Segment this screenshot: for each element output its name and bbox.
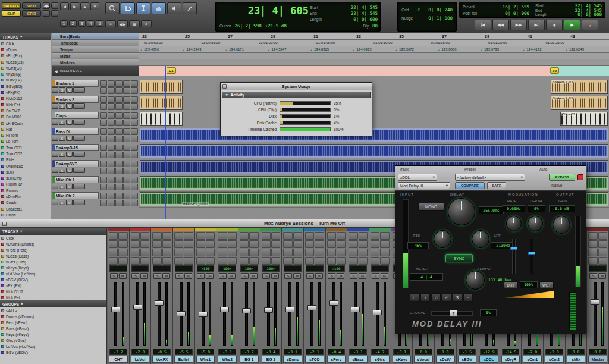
transport-button[interactable]: ◀◀ xyxy=(492,20,509,30)
pan-display[interactable] xyxy=(109,265,127,272)
send-slot[interactable] xyxy=(359,240,368,248)
insert-slot[interactable] xyxy=(123,136,130,142)
track-list-item[interactable]: vGtrs(Gt) xyxy=(0,65,51,71)
send-slot[interactable] xyxy=(371,257,379,265)
pan-display[interactable] xyxy=(349,265,367,272)
send-slot[interactable] xyxy=(240,249,249,256)
send-slot[interactable] xyxy=(283,257,292,265)
send-slot[interactable] xyxy=(196,232,205,240)
record-enable-button[interactable]: I xyxy=(52,103,58,109)
start-value[interactable]: 22| 4| 545 xyxy=(351,5,378,10)
tempo-ruler[interactable]: ♩133.4836♩134.2943♩134.6171♩134.5247♩134… xyxy=(139,46,609,53)
send-slot[interactable] xyxy=(184,249,193,256)
send-slot[interactable] xyxy=(228,240,237,248)
track-list-item[interactable]: vLdV(LV) xyxy=(0,77,51,83)
track-list-item[interactable]: Ride xyxy=(0,157,51,163)
send-slot[interactable] xyxy=(349,249,357,256)
solo-button[interactable]: S xyxy=(59,152,65,157)
grid-label[interactable]: Grid xyxy=(401,8,409,12)
solo-button[interactable]: S xyxy=(372,273,379,279)
groove-slider[interactable]: T xyxy=(431,311,473,316)
send-slot[interactable] xyxy=(305,249,314,256)
insert-slot[interactable] xyxy=(115,193,123,199)
insert-slot[interactable] xyxy=(131,128,138,135)
tempo-knob[interactable] xyxy=(466,271,485,290)
note-duration-button[interactable]: ♩ xyxy=(410,293,419,302)
insert-slot[interactable] xyxy=(100,177,107,183)
track-list-item[interactable]: Hat xyxy=(0,126,51,132)
insert-slot[interactable] xyxy=(115,120,123,126)
fader-handle[interactable] xyxy=(133,305,142,310)
plugin-preset-selector[interactable]: <factory default> ▾ xyxy=(455,174,525,181)
strip-name-label[interactable]: sDryR xyxy=(501,356,520,363)
send-slot[interactable] xyxy=(218,249,227,256)
insert-slot[interactable] xyxy=(131,145,138,151)
safe-button[interactable]: SAFE xyxy=(487,182,506,189)
track-name-button[interactable]: Shakers 1 xyxy=(52,80,99,87)
send-slot[interactable] xyxy=(109,240,118,248)
volume-readout[interactable]: -0.5 xyxy=(153,349,171,355)
solo-button[interactable]: S xyxy=(197,273,205,279)
send-slot[interactable] xyxy=(371,240,379,248)
send-slot[interactable] xyxy=(131,240,140,248)
send-slot[interactable] xyxy=(184,240,193,248)
insert-slot[interactable] xyxy=(108,177,115,183)
zoom-preset-button[interactable]: 5 xyxy=(96,20,103,27)
plugin-track-selector[interactable]: xDDL ▾ xyxy=(398,174,437,181)
gain-knob[interactable] xyxy=(553,216,570,234)
record-enable-button[interactable]: I xyxy=(52,152,58,157)
volume-readout[interactable]: -5.5 xyxy=(175,349,193,355)
preroll-label[interactable]: Pre-roll xyxy=(463,5,475,9)
preroll-value[interactable]: 16| 2| 559 xyxy=(503,4,529,10)
insert-slot[interactable] xyxy=(115,177,123,183)
track-list-item[interactable]: Tom OD2 xyxy=(0,150,51,156)
track-list-item[interactable]: sDrmRm xyxy=(0,193,51,199)
track-name-button[interactable]: Mike Gtr 1 xyxy=(52,176,99,183)
track-list-item[interactable]: Shakers1 xyxy=(0,206,51,212)
send-slot[interactable] xyxy=(162,257,171,265)
audio-clip[interactable] xyxy=(140,128,608,142)
mute-button[interactable]: M xyxy=(66,103,73,109)
insert-slot[interactable] xyxy=(100,96,107,103)
fader-handle[interactable] xyxy=(285,307,294,312)
volume-readout[interactable]: -3.1 xyxy=(349,349,367,355)
insert-slot[interactable] xyxy=(108,136,115,142)
send-slot[interactable] xyxy=(349,257,357,265)
insert-slot[interactable] xyxy=(100,152,107,158)
send-slot[interactable] xyxy=(305,240,314,248)
zoom-preset-button[interactable]: 1 xyxy=(60,20,68,27)
send-slot[interactable] xyxy=(206,257,215,265)
send-slot[interactable] xyxy=(162,240,171,248)
insert-slot[interactable] xyxy=(108,87,115,94)
send-slot[interactable] xyxy=(337,240,346,248)
transport-button[interactable]: |◀ xyxy=(475,20,491,30)
volume-readout[interactable]: 0.0 xyxy=(437,349,454,355)
send-slot[interactable] xyxy=(131,232,140,240)
track-list-item[interactable]: Claps xyxy=(0,212,51,218)
send-slot[interactable] xyxy=(337,257,346,265)
note-duration-button[interactable]: ♬ xyxy=(442,293,451,302)
edit-mode-button[interactable]: GRID xyxy=(22,10,41,17)
track-view-selector[interactable] xyxy=(73,168,85,173)
send-slot[interactable] xyxy=(162,249,171,256)
mix-tracks-header[interactable]: TRACKS ▾ xyxy=(0,228,106,235)
send-slot[interactable] xyxy=(109,257,118,265)
track-lane[interactable]: Shakers 1_03 xyxy=(139,79,609,95)
mute-button[interactable]: M xyxy=(598,273,606,279)
track-list-item[interactable]: Hi Tom xyxy=(0,132,51,138)
strip-name-label[interactable]: Whs2 xyxy=(218,356,237,363)
solo-button[interactable]: S xyxy=(59,200,65,205)
insert-slot[interactable] xyxy=(123,161,130,167)
edit-mode-button[interactable]: SHUFFLE xyxy=(2,2,21,9)
nudge-value[interactable]: 0| 1| 000 xyxy=(428,15,453,21)
insert-slot[interactable] xyxy=(100,80,107,87)
activity-section-header[interactable]: ▼ Activity xyxy=(222,92,371,98)
mute-button[interactable]: M xyxy=(228,273,236,279)
strip-name-label[interactable]: sCm2 xyxy=(545,356,564,363)
zoom-preset-button[interactable]: 2 xyxy=(69,20,77,27)
send-slot[interactable] xyxy=(240,257,249,265)
insert-slot[interactable] xyxy=(131,152,138,158)
insert-slot[interactable] xyxy=(123,193,130,199)
postroll-value[interactable]: 0| 0| 000 xyxy=(505,11,529,16)
volume-readout[interactable]: -3.7 xyxy=(240,349,258,355)
